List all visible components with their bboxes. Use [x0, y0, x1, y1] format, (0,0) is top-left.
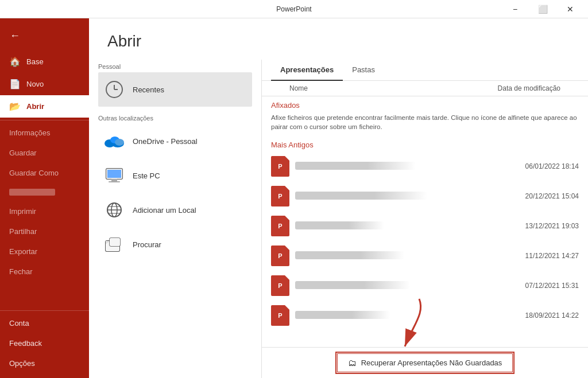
file-name-6: [295, 311, 490, 321]
section-label-personal: Pessoal: [98, 60, 252, 72]
location-adicionar-local[interactable]: Adicionar um Local: [98, 193, 252, 227]
sidebar-label-imprimir: Imprimir: [9, 207, 36, 216]
open-icon: 📂: [9, 101, 21, 112]
sidebar-item-guardar-como[interactable]: Guardar Como: [0, 163, 89, 183]
close-button[interactable]: ✕: [557, 0, 583, 18]
ppt-icon-3: P: [271, 216, 289, 236]
page-header: Abrir: [89, 18, 588, 60]
file-item-4[interactable]: P 11/12/2021 14:27: [262, 241, 588, 271]
sidebar-item-conta[interactable]: Conta: [0, 313, 89, 333]
section-mais-antigos: Mais Antigos: [262, 136, 588, 151]
content-body: Pessoal Recentes Outras localizações: [89, 60, 588, 378]
sidebar-divider-2: [0, 310, 89, 311]
tab-pastas[interactable]: Pastas: [343, 60, 384, 81]
file-item-1[interactable]: P 06/01/2022 18:14: [262, 151, 588, 181]
section-label-other: Outras localizações: [98, 111, 252, 124]
file-date-6: 18/09/2021 14:22: [496, 311, 579, 319]
sidebar-nav: 🏠 Base 📄 Novo 📂 Abrir Informações Guarda…: [0, 50, 89, 308]
sidebar-label-feedback: Feedback: [9, 339, 42, 348]
file-panel-footer: 🗂 Recuperar Apresentações Não Guardadas: [262, 347, 588, 378]
file-date-1: 06/01/2022 18:14: [496, 162, 579, 170]
sidebar-label-novo: Novo: [26, 80, 44, 88]
svg-rect-11: [109, 181, 120, 182]
file-item-2[interactable]: P 20/12/2021 15:04: [262, 181, 588, 211]
file-item-5[interactable]: P 07/12/2021 15:31: [262, 271, 588, 301]
location-recentes[interactable]: Recentes: [98, 72, 252, 107]
sidebar-label-abrir: Abrir: [26, 102, 44, 111]
sidebar-label-exportar: Exportar: [9, 247, 37, 256]
sidebar-item-partilhar[interactable]: Partilhar: [0, 221, 89, 241]
new-doc-icon: 📄: [9, 79, 21, 89]
file-name-4: [295, 251, 490, 261]
recentes-icon: [103, 78, 126, 101]
window-controls: − ⬜ ✕: [502, 0, 583, 18]
back-icon: ←: [10, 30, 20, 42]
sidebar-item-abrir[interactable]: 📂 Abrir: [0, 95, 89, 118]
sidebar-label-guardar: Guardar: [9, 149, 37, 157]
ppt-icon-6: P: [271, 305, 289, 326]
file-panel: Apresentações Pastas Nome Data de modifi…: [261, 60, 588, 378]
ppt-icon-4: P: [271, 245, 289, 266]
locations-panel: Pessoal Recentes Outras localizações: [89, 60, 261, 378]
ppt-icon-1: P: [271, 156, 289, 177]
main-area: ← 🏠 Base 📄 Novo 📂 Abrir Informações Guar…: [0, 18, 588, 378]
col-date-header: Data de modificação: [487, 84, 579, 92]
sidebar-item-fechar[interactable]: Fechar: [0, 262, 89, 282]
page-title: Abrir: [107, 32, 570, 50]
section-afixados: Afixados: [262, 96, 588, 112]
sidebar-item-novo[interactable]: 📄 Novo: [0, 73, 89, 95]
sidebar-item-blurred[interactable]: [0, 183, 89, 201]
minimize-button[interactable]: −: [502, 0, 528, 18]
sidebar-item-informacoes[interactable]: Informações: [0, 123, 89, 143]
recentes-label: Recentes: [133, 85, 164, 94]
tab-apresentacoes[interactable]: Apresentações: [271, 60, 343, 81]
sidebar-item-base[interactable]: 🏠 Base: [0, 50, 89, 73]
file-item-6[interactable]: P 18/09/2021 14:22: [262, 301, 588, 330]
location-procurar[interactable]: Procurar: [98, 227, 252, 262]
este-pc-icon: [103, 164, 126, 187]
recover-folder-icon: 🗂: [348, 358, 357, 368]
sidebar-label-opcoes: Opções: [9, 359, 35, 368]
sidebar-item-feedback[interactable]: Feedback: [0, 333, 89, 353]
sidebar-label-base: Base: [26, 57, 44, 66]
svg-rect-9: [107, 170, 121, 178]
recover-button-label: Recuperar Apresentações Não Guardadas: [361, 358, 502, 367]
file-name-1: [295, 162, 490, 172]
sidebar-label-informacoes: Informações: [9, 128, 51, 137]
sidebar-item-guardar[interactable]: Guardar: [0, 143, 89, 163]
file-name-5: [295, 281, 490, 291]
sidebar-item-imprimir[interactable]: Imprimir: [0, 201, 89, 221]
ppt-icon-5: P: [271, 275, 289, 296]
procurar-icon: [103, 233, 126, 256]
sidebar-label-conta: Conta: [9, 319, 29, 328]
sidebar-item-exportar[interactable]: Exportar: [0, 241, 89, 262]
location-onedrive[interactable]: OneDrive - Pessoal: [98, 124, 252, 158]
file-item-3[interactable]: P 13/12/2021 19:03: [262, 211, 588, 241]
sidebar-item-opcoes[interactable]: Opções: [0, 353, 89, 373]
file-date-3: 13/12/2021 19:03: [496, 222, 579, 230]
title-bar: PowerPoint − ⬜ ✕: [0, 0, 588, 18]
onedrive-icon: [103, 130, 126, 153]
home-icon: 🏠: [9, 56, 21, 67]
sidebar-label-fechar: Fechar: [9, 267, 32, 276]
restore-button[interactable]: ⬜: [529, 0, 556, 18]
svg-rect-10: [111, 179, 117, 181]
este-pc-label: Este PC: [133, 172, 160, 180]
afixados-desc: Afixe ficheiros que pretende encontrar f…: [262, 112, 588, 136]
file-name-3: [295, 221, 490, 231]
svg-point-6: [115, 139, 124, 146]
file-date-5: 07/12/2021 15:31: [496, 282, 579, 290]
sidebar-label-guardar-como: Guardar Como: [9, 169, 59, 177]
sidebar-label-partilhar: Partilhar: [9, 227, 37, 236]
sidebar-bottom: Conta Feedback Opções: [0, 308, 89, 378]
file-date-2: 20/12/2021 15:04: [496, 192, 579, 200]
recover-button[interactable]: 🗂 Recuperar Apresentações Não Guardadas: [337, 353, 513, 372]
ppt-icon-2: P: [271, 186, 289, 206]
file-date-4: 11/12/2021 14:27: [496, 252, 579, 260]
location-este-pc[interactable]: Este PC: [98, 158, 252, 193]
adicionar-local-label: Adicionar um Local: [133, 206, 196, 215]
sidebar-divider-1: [0, 120, 89, 120]
content-area: Abrir Pessoal Recentes Outr: [89, 18, 588, 378]
blurred-label: [9, 189, 55, 196]
back-button[interactable]: ←: [5, 25, 25, 46]
